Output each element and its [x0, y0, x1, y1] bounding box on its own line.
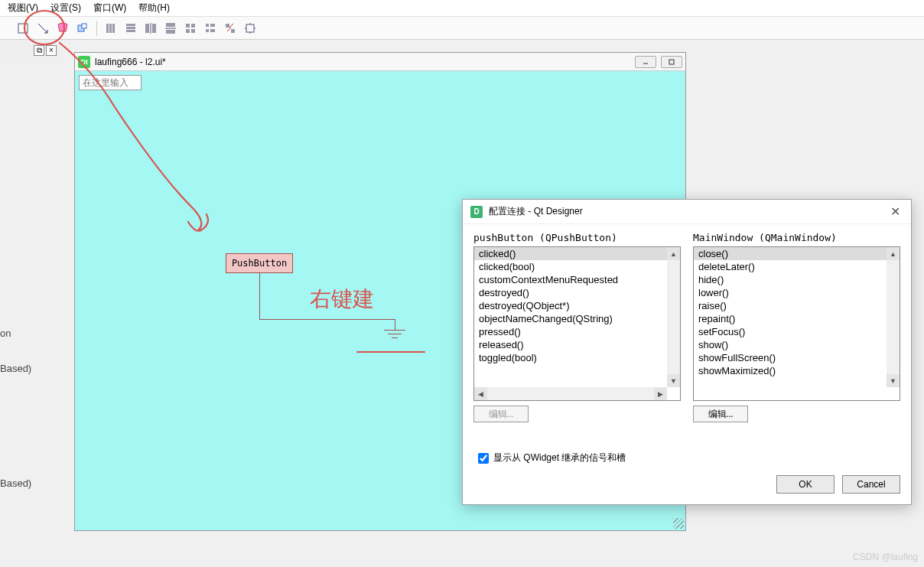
dialog-close-button[interactable]: ✕	[887, 201, 903, 222]
show-inherited-label: 显示从 QWidget 继承的信号和槽	[493, 451, 626, 464]
svg-rect-19	[206, 24, 209, 27]
signal-item[interactable]: pressed()	[474, 325, 667, 338]
configure-connection-dialog: D 配置连接 - Qt Designer ✕ pushButton (QPush…	[462, 199, 912, 505]
signal-item[interactable]: clicked(bool)	[474, 260, 667, 273]
maximize-button[interactable]	[661, 56, 682, 68]
left-fragment-based2: Based)	[0, 477, 31, 489]
minimize-button[interactable]	[635, 56, 656, 68]
svg-rect-13	[166, 30, 175, 34]
left-fragment-on: on	[0, 327, 11, 339]
signal-item[interactable]: toggled(bool)	[474, 351, 667, 364]
signal-item[interactable]: destroyed(QObject*)	[474, 299, 667, 312]
layout-grid-icon[interactable]	[181, 19, 200, 37]
layout-split-v-icon[interactable]	[161, 19, 180, 37]
lineedit-widget[interactable]	[79, 75, 142, 90]
dialog-app-icon: D	[470, 206, 483, 218]
left-fragment-based1: Based)	[0, 363, 31, 374]
menu-help[interactable]: 帮助(H)	[134, 0, 174, 16]
toolbar-btn-3[interactable]	[54, 19, 72, 37]
signal-item[interactable]: clicked()	[474, 247, 667, 260]
slot-item[interactable]: hide()	[694, 273, 887, 286]
pushbutton-widget[interactable]: PushButton	[226, 253, 293, 273]
layout-h-icon[interactable]	[102, 19, 120, 37]
signal-wire	[395, 319, 395, 330]
layout-adjust-icon[interactable]	[241, 19, 259, 37]
watermark: CSDN @laufing	[853, 552, 918, 562]
svg-rect-0	[18, 24, 28, 33]
svg-rect-5	[112, 24, 115, 33]
svg-rect-16	[191, 24, 195, 28]
toolbar-btn-signals[interactable]	[34, 19, 52, 37]
signals-list[interactable]: clicked()clicked(bool)customContextMenuR…	[473, 246, 681, 401]
window-titlebar[interactable]: Qt laufing666 - l2.ui*	[75, 53, 685, 71]
svg-rect-22	[210, 29, 215, 32]
svg-rect-12	[166, 23, 175, 27]
scrollbar-vertical[interactable]: ▲▼	[667, 247, 680, 387]
show-inherited-checkbox-row[interactable]: 显示从 QWidget 继承的信号和槽	[478, 451, 626, 464]
svg-rect-20	[210, 24, 215, 27]
slots-list[interactable]: close()deleteLater()hide()lower()raise()…	[693, 246, 900, 401]
edit-signals-button: 编辑...	[473, 406, 529, 422]
svg-rect-4	[109, 24, 112, 33]
dock-controls: ⧉ ×	[0, 41, 60, 60]
resize-grip-icon[interactable]	[673, 518, 684, 529]
svg-rect-21	[206, 29, 209, 32]
layout-form-icon[interactable]	[201, 19, 220, 37]
dialog-titlebar[interactable]: D 配置连接 - Qt Designer ✕	[463, 200, 911, 224]
signal-wire	[259, 319, 395, 320]
window-title: laufing666 - l2.ui*	[95, 57, 166, 67]
slots-column-label: MainWindow (QMainWindow)	[693, 232, 900, 243]
slot-item[interactable]: raise()	[694, 299, 887, 312]
layout-break-icon[interactable]	[221, 19, 239, 37]
slot-item[interactable]: showMaximized()	[694, 364, 887, 377]
menu-bar: 视图(V) 设置(S) 窗口(W) 帮助(H)	[0, 0, 924, 17]
signal-item[interactable]: customContextMenuRequested	[474, 273, 667, 286]
svg-rect-9	[145, 24, 149, 33]
edit-slots-button[interactable]: 编辑...	[693, 406, 748, 422]
svg-rect-17	[186, 29, 190, 33]
slot-item[interactable]: show()	[694, 338, 887, 351]
slot-item[interactable]: setFocus()	[694, 325, 887, 338]
scrollbar-horizontal[interactable]: ◀▶	[474, 387, 667, 400]
svg-rect-2	[82, 24, 86, 28]
svg-rect-6	[126, 24, 135, 26]
toolbar-btn-4[interactable]	[73, 19, 92, 37]
slot-item[interactable]: showFullScreen()	[694, 351, 887, 364]
layout-v-icon[interactable]	[122, 19, 140, 37]
signal-item[interactable]: released()	[474, 338, 667, 351]
dock-close-icon[interactable]: ×	[46, 45, 57, 56]
signal-item[interactable]: objectNameChanged(QString)	[474, 312, 667, 325]
menu-settings[interactable]: 设置(S)	[46, 0, 86, 16]
svg-rect-27	[669, 60, 674, 64]
svg-rect-18	[191, 29, 195, 33]
svg-rect-7	[126, 27, 135, 29]
cancel-button[interactable]: Cancel	[842, 475, 900, 494]
svg-rect-23	[226, 24, 229, 28]
ground-icon	[384, 330, 405, 331]
menu-view[interactable]: 视图(V)	[3, 0, 43, 16]
dock-float-icon[interactable]: ⧉	[34, 45, 44, 56]
menu-window[interactable]: 窗口(W)	[89, 0, 131, 16]
svg-rect-8	[126, 30, 135, 32]
slot-item[interactable]: close()	[694, 247, 887, 260]
layout-split-h-icon[interactable]	[142, 19, 160, 37]
toolbar	[0, 17, 924, 40]
show-inherited-checkbox[interactable]	[478, 453, 489, 464]
slot-item[interactable]: lower()	[694, 286, 887, 299]
svg-rect-25	[246, 24, 254, 32]
signal-wire	[259, 273, 260, 319]
signals-column-label: pushButton (QPushButton)	[473, 232, 681, 243]
dialog-title: 配置连接 - Qt Designer	[489, 205, 583, 218]
svg-rect-24	[231, 29, 235, 33]
slot-item[interactable]: repaint()	[694, 312, 887, 325]
svg-rect-15	[186, 24, 190, 28]
ground-icon	[388, 334, 402, 334]
signal-item[interactable]: destroyed()	[474, 286, 667, 299]
scrollbar-vertical[interactable]: ▲▼	[887, 247, 900, 387]
toolbar-btn-1[interactable]	[14, 19, 32, 37]
qt-logo-icon: Qt	[78, 56, 90, 68]
slot-item[interactable]: deleteLater()	[694, 260, 887, 273]
ok-button[interactable]: OK	[776, 475, 835, 494]
svg-rect-3	[106, 24, 109, 33]
ground-icon	[392, 337, 398, 338]
